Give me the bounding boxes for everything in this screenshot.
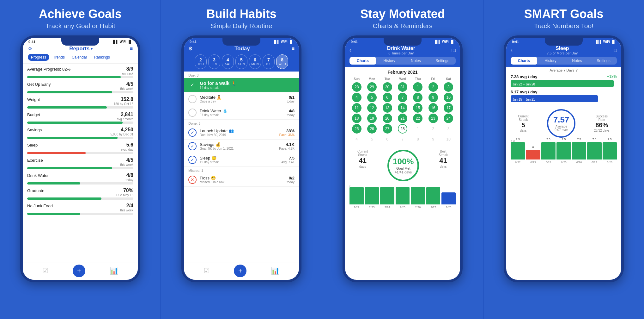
chart-icon[interactable]: 📊: [271, 267, 279, 275]
sleep-bar-622: 7.5 6/22: [511, 142, 525, 160]
cal-day[interactable]: 25: [352, 124, 361, 134]
habit-meditate[interactable]: Meditate 🧘 Once a day 0/1 today: [184, 92, 299, 106]
check-icon[interactable]: ☑: [42, 267, 49, 275]
habit-savings[interactable]: ✓ Savings 💰 Goal: 5K by Jun 1, 2021 4.1K…: [184, 140, 299, 153]
reports-title: Reports ▾: [69, 46, 93, 52]
cal-day[interactable]: 13: [383, 103, 392, 113]
best-streak-value: 41: [439, 157, 448, 165]
meditate-value: 0/1: [287, 95, 295, 100]
cal-day: 7: [398, 134, 407, 144]
tab-notes[interactable]: Notes: [403, 57, 429, 65]
tab-rankings[interactable]: Rankings: [91, 54, 113, 61]
item-value: 5.6: [120, 142, 133, 148]
item-value: 4/8: [126, 172, 133, 178]
habit-sleep[interactable]: ✓ Sleep 😴 19 day streak 7.5 Avg: 7.41: [184, 153, 299, 167]
tab-notes[interactable]: Notes: [564, 57, 590, 65]
share-icon[interactable]: ↑□: [451, 48, 456, 53]
tab-history[interactable]: History: [537, 57, 564, 65]
cal-day[interactable]: 12: [367, 103, 377, 113]
cal-day[interactable]: 17: [444, 103, 453, 113]
wifi-icon: WiFi: [442, 40, 449, 43]
day-wed[interactable]: 8WED: [276, 54, 288, 69]
cal-day[interactable]: 8: [413, 93, 422, 102]
cal-day[interactable]: 7: [398, 93, 407, 102]
cal-day[interactable]: 15: [413, 103, 422, 113]
sleep-bar-627: 7.5 6/27: [587, 142, 601, 160]
day-sun[interactable]: 5SUN: [235, 54, 247, 69]
cal-day[interactable]: 9: [428, 93, 438, 102]
cal-day[interactable]: 27: [383, 124, 392, 134]
gear-icon[interactable]: ⚙: [188, 46, 193, 52]
tab-trends[interactable]: Trends: [50, 54, 68, 61]
add-button[interactable]: +: [73, 265, 85, 277]
cal-day[interactable]: 23: [428, 114, 438, 123]
cal-day[interactable]: 18: [352, 114, 361, 123]
compare-bar-bg-2: Jun 15 – Jun 21: [511, 95, 617, 102]
compare-value-2: 6.17 avg / day: [511, 90, 538, 94]
add-button[interactable]: +: [234, 265, 246, 277]
habit-drinkwater[interactable]: Drink Water 💧 97 day streak 4/8 today: [184, 106, 299, 120]
cal-day-today[interactable]: 28: [398, 124, 407, 134]
tab-settings[interactable]: Settings: [590, 57, 617, 65]
sleep-title: Sleep: [547, 46, 578, 51]
cal-day[interactable]: 3: [444, 82, 453, 92]
gear-icon[interactable]: ⚙: [28, 46, 32, 52]
phone1-header: ⚙ Reports ▾ ≡ Progress Trends Calendar R…: [23, 44, 138, 64]
meditate-check: [188, 95, 197, 103]
current-streak-label: CurrentStreak: [357, 150, 368, 157]
tab-progress[interactable]: Progress: [28, 54, 49, 61]
menu-icon[interactable]: ≡: [130, 46, 133, 52]
phone4-header: ‹ Sleep 7.5 or More per Day ↑□ Charts Hi…: [506, 44, 621, 67]
avg-sub: on track: [122, 72, 133, 75]
tab-calendar[interactable]: Calendar: [69, 54, 90, 61]
cal-day[interactable]: 5: [367, 93, 377, 102]
panel3-subtitle: Charts & Reminders: [373, 22, 432, 30]
day-thu[interactable]: 2THU: [195, 54, 207, 69]
cal-day[interactable]: 22: [413, 114, 422, 123]
cal-day[interactable]: 28: [352, 82, 361, 92]
back-arrow[interactable]: ‹: [349, 47, 351, 53]
menu-icon[interactable]: ≡: [292, 46, 295, 52]
habit-floss[interactable]: ✕ Floss 😬 Missed 3 in a row 0/2 today: [184, 173, 299, 187]
cal-day[interactable]: 24: [444, 114, 453, 123]
cal-day[interactable]: 1: [413, 82, 422, 92]
share-icon[interactable]: ↑□: [612, 48, 617, 53]
cal-day[interactable]: 31: [398, 82, 407, 92]
habit-walk[interactable]: ✓ Go for a walk 🚶 14 day streak: [184, 78, 299, 92]
sleep-check: ✓: [188, 156, 197, 164]
day-fri[interactable]: 3FRI: [208, 54, 220, 69]
tab-history[interactable]: History: [376, 57, 403, 65]
tab-settings[interactable]: Settings: [429, 57, 456, 65]
cal-day[interactable]: 29: [367, 82, 377, 92]
cal-day[interactable]: 11: [352, 103, 361, 113]
cal-day[interactable]: 21: [398, 114, 407, 123]
cal-day[interactable]: 30: [383, 82, 392, 92]
cal-day[interactable]: 6: [383, 93, 392, 102]
phone4-nav: ‹ Sleep 7.5 or More per Day ↑□: [511, 46, 617, 55]
cal-day[interactable]: 20: [383, 114, 392, 123]
sleep-value: 7.5: [281, 156, 295, 160]
cal-day[interactable]: 4: [352, 93, 361, 102]
day-tue[interactable]: 7TUE: [263, 54, 275, 69]
cal-day[interactable]: 26: [367, 124, 377, 134]
day-sat[interactable]: 4SAT: [222, 54, 234, 69]
tab-charts[interactable]: Charts: [349, 57, 376, 65]
item-sub: Due May 15: [116, 193, 133, 197]
day-mon[interactable]: 6MON: [249, 54, 261, 69]
wed-header: Wed: [395, 77, 410, 81]
battery-icon: ▐▌: [289, 40, 293, 43]
cal-day[interactable]: 2: [428, 82, 438, 92]
back-arrow[interactable]: ‹: [511, 47, 513, 53]
cal-day[interactable]: 19: [367, 114, 377, 123]
tab-charts[interactable]: Charts: [511, 57, 537, 65]
item-name: Drink Water: [27, 173, 49, 178]
cal-day[interactable]: 16: [428, 103, 438, 113]
check-icon[interactable]: ☑: [204, 267, 210, 275]
avg-circle-value: 7.57: [553, 115, 569, 125]
cal-day[interactable]: 14: [398, 103, 407, 113]
habit-launch[interactable]: ✓ Launch Update 👥 Due: Nov 30, 2019 38% …: [184, 126, 299, 140]
item-sub: 5,000 by Dec 31: [110, 133, 133, 136]
bar-223: 2/23: [365, 187, 379, 204]
chart-icon[interactable]: 📊: [110, 267, 118, 275]
cal-day[interactable]: 10: [444, 93, 453, 102]
